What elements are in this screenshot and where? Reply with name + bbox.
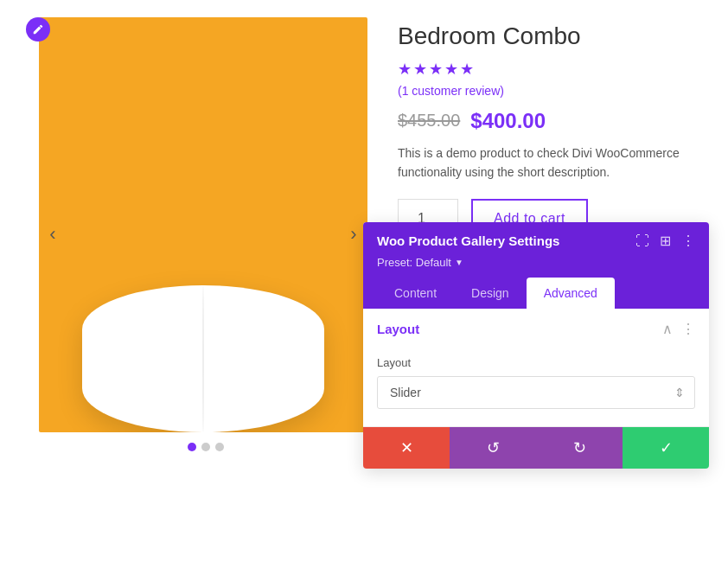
- collapse-icon[interactable]: ∧: [662, 321, 673, 337]
- layout-more-icon[interactable]: ⋮: [681, 321, 695, 337]
- tab-design[interactable]: Design: [454, 278, 527, 309]
- product-description: This is a demo product to check Divi Woo…: [398, 144, 702, 182]
- review-link[interactable]: (1 customer review): [398, 84, 504, 98]
- star-1: ★: [398, 60, 412, 79]
- layout-field-label: Layout: [377, 356, 695, 369]
- product-title: Bedroom Combo: [398, 22, 702, 51]
- confirm-button[interactable]: ✓: [623, 427, 709, 469]
- preset-dropdown-arrow: ▼: [455, 258, 463, 267]
- star-4: ★: [444, 60, 458, 79]
- settings-preset[interactable]: Preset: Default ▼: [377, 256, 695, 269]
- layout-section-header[interactable]: Layout ∧ ⋮: [363, 309, 709, 349]
- gallery-dot-2[interactable]: [201, 443, 210, 451]
- layout-select[interactable]: Slider Grid: [377, 376, 695, 409]
- columns-icon[interactable]: ⊞: [660, 233, 671, 249]
- settings-body: Layout ∧ ⋮ Layout Slider Grid ⇕: [363, 309, 709, 427]
- preset-label: Preset: Default: [377, 256, 451, 269]
- gallery-dot-1[interactable]: [188, 443, 196, 451]
- settings-tabs: Content Design Advanced: [377, 278, 695, 309]
- cancel-button[interactable]: ✕: [363, 427, 450, 469]
- gallery-dot-3[interactable]: [215, 443, 224, 451]
- gallery-prev-arrow[interactable]: ‹: [39, 220, 67, 248]
- star-2: ★: [413, 60, 427, 79]
- cancel-icon: ✕: [400, 438, 413, 457]
- confirm-icon: ✓: [660, 438, 673, 457]
- product-image-pillow: [82, 285, 324, 432]
- product-area: ‹ › Bedroom Combo ★ ★ ★ ★ ★ (1 customer …: [0, 0, 728, 469]
- gallery-dots: [39, 443, 372, 451]
- settings-title-row: Woo Product Gallery Settings ⛶ ⊞ ⋮: [377, 233, 695, 249]
- pencil-icon: [32, 23, 44, 35]
- layout-content: Layout Slider Grid ⇕: [363, 349, 709, 426]
- layout-section: Layout ∧ ⋮ Layout Slider Grid ⇕: [363, 309, 709, 427]
- price-sale: $400.00: [470, 109, 546, 133]
- redo-button[interactable]: ↻: [536, 427, 623, 469]
- settings-panel: Woo Product Gallery Settings ⛶ ⊞ ⋮ Prese…: [363, 222, 709, 469]
- layout-section-icons: ∧ ⋮: [662, 321, 695, 337]
- settings-panel-title: Woo Product Gallery Settings: [377, 233, 559, 248]
- star-rating: ★ ★ ★ ★ ★: [398, 60, 702, 79]
- undo-icon: ↺: [487, 438, 500, 457]
- price-original: $455.00: [398, 111, 460, 131]
- price-row: $455.00 $400.00: [398, 109, 702, 133]
- settings-header: Woo Product Gallery Settings ⛶ ⊞ ⋮ Prese…: [363, 222, 709, 309]
- settings-header-icons: ⛶ ⊞ ⋮: [635, 233, 695, 249]
- star-5: ★: [460, 60, 474, 79]
- gallery-main-image: [39, 17, 367, 432]
- undo-button[interactable]: ↺: [450, 427, 536, 469]
- more-options-icon[interactable]: ⋮: [681, 233, 695, 249]
- gallery-section: ‹ ›: [26, 17, 372, 451]
- tab-content[interactable]: Content: [377, 278, 454, 309]
- fullscreen-icon[interactable]: ⛶: [635, 233, 649, 249]
- layout-select-wrapper: Slider Grid ⇕: [377, 376, 695, 409]
- layout-section-title: Layout: [377, 322, 419, 336]
- gallery-edit-icon[interactable]: [26, 17, 50, 42]
- tab-advanced[interactable]: Advanced: [527, 278, 615, 309]
- star-3: ★: [429, 60, 443, 79]
- redo-icon: ↻: [573, 438, 586, 457]
- settings-footer: ✕ ↺ ↻ ✓: [363, 427, 709, 469]
